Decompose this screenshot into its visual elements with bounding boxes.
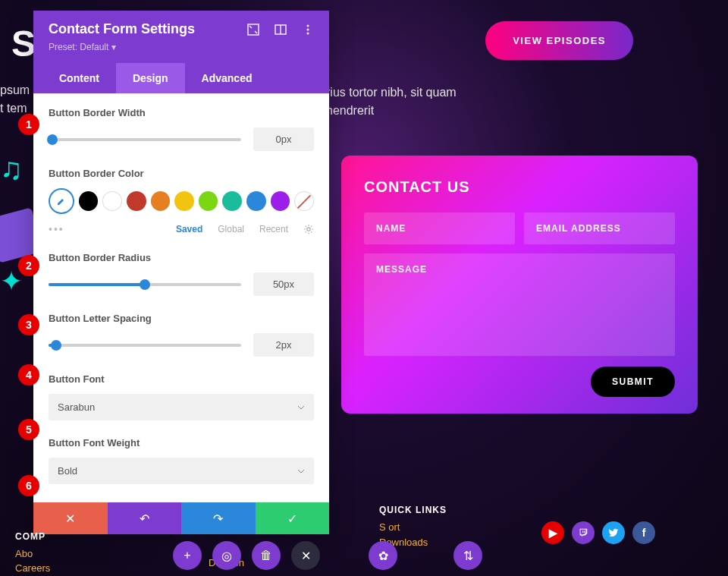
page-body-text: rius tortor nibh, sit quam hendrerit (326, 83, 463, 120)
border-radius-slider[interactable] (49, 283, 241, 286)
border-width-label: Button Border Width (49, 107, 314, 118)
border-width-slider[interactable] (49, 138, 241, 141)
redo-button[interactable]: ↷ (181, 502, 256, 534)
svg-point-6 (307, 228, 310, 231)
svg-point-4 (307, 28, 309, 30)
footer-link-careers[interactable]: Careers (15, 561, 50, 576)
annotation-4: 4 (18, 364, 39, 386)
save-button[interactable]: ✓ (256, 502, 330, 534)
social-buttons: ▶ f (541, 521, 655, 544)
tabs: Content Design Advanced (33, 63, 329, 93)
panel-title: Contact Form Settings (49, 21, 195, 37)
target-button[interactable]: ◎ (212, 541, 241, 570)
panel-footer: ✕ ↶ ↷ ✓ (33, 502, 329, 534)
lorem-fragment-1: psum (0, 83, 30, 97)
font-label: Button Font (49, 373, 314, 385)
message-textarea[interactable] (364, 253, 675, 356)
sort-float-button[interactable]: ⇅ (453, 541, 482, 570)
facebook-icon[interactable]: f (632, 521, 655, 544)
footer-link-about[interactable]: Abo (15, 546, 50, 562)
svg-point-3 (307, 24, 309, 27)
color-purple[interactable] (271, 191, 290, 211)
gear-icon[interactable] (303, 224, 314, 234)
trash-button[interactable]: 🗑 (252, 541, 281, 570)
add-button[interactable]: + (173, 541, 202, 570)
settings-float-button[interactable]: ✿ (369, 541, 397, 570)
expand-icon[interactable] (247, 24, 259, 36)
border-width-value[interactable] (253, 127, 314, 151)
footer-link-support[interactable]: S ort (379, 520, 447, 535)
settings-panel: Contact Form Settings Preset: Default ▾ … (33, 11, 329, 534)
annotation-5: 5 (18, 419, 39, 440)
letter-spacing-label: Button Letter Spacing (49, 313, 314, 324)
more-icon[interactable] (302, 24, 314, 36)
annotation-3: 3 (18, 314, 39, 335)
color-white[interactable] (102, 191, 122, 211)
email-input[interactable] (524, 212, 675, 244)
youtube-icon[interactable]: ▶ (541, 521, 564, 544)
panel-header: Contact Form Settings Preset: Default ▾ (33, 11, 329, 63)
color-green[interactable] (199, 191, 218, 211)
font-select[interactable]: Sarabun (49, 394, 314, 420)
color-tab-global[interactable]: Global (218, 224, 244, 234)
panel-body: Button Border Width Button Border Color (33, 93, 329, 502)
footer-company-title: COMP (15, 531, 50, 542)
view-episodes-button[interactable]: VIEW EPISODES (485, 21, 633, 60)
color-blue[interactable] (246, 191, 266, 211)
more-colors-icon[interactable]: ••• (49, 223, 64, 235)
contact-form: CONTACT US SUBMIT (341, 156, 698, 414)
eyedropper-button[interactable] (49, 188, 74, 214)
tab-content[interactable]: Content (42, 63, 116, 93)
columns-icon[interactable] (275, 24, 287, 36)
font-weight-label: Button Font Weight (49, 437, 314, 449)
color-tab-saved[interactable]: Saved (176, 224, 202, 234)
border-radius-value[interactable] (253, 272, 314, 296)
tab-advanced[interactable]: Advanced (185, 63, 269, 93)
cancel-button[interactable]: ✕ (33, 502, 108, 534)
quick-links-title: QUICK LINKS (379, 505, 447, 515)
annotation-2: 2 (18, 255, 39, 276)
border-radius-label: Button Border Radius (49, 252, 314, 263)
color-red[interactable] (127, 191, 146, 211)
annotation-1: 1 (18, 114, 39, 135)
svg-point-5 (307, 32, 309, 34)
svg-rect-8 (584, 530, 585, 533)
name-input[interactable] (364, 212, 515, 244)
color-none[interactable] (294, 191, 314, 211)
svg-rect-7 (582, 530, 583, 533)
color-black[interactable] (79, 191, 99, 211)
decoration-music-note: ♫ (0, 152, 23, 186)
letter-spacing-slider[interactable] (49, 344, 241, 347)
color-yellow[interactable] (174, 191, 194, 211)
submit-button[interactable]: SUBMIT (591, 367, 675, 397)
twitter-icon[interactable] (602, 521, 625, 544)
tab-design[interactable]: Design (116, 63, 185, 93)
color-tab-recent[interactable]: Recent (259, 224, 288, 234)
twitch-icon[interactable] (572, 521, 595, 544)
undo-button[interactable]: ↶ (108, 502, 182, 534)
contact-heading: CONTACT US (364, 178, 675, 196)
border-color-label: Button Border Color (49, 168, 314, 179)
close-toolbar-button[interactable]: ✕ (291, 541, 320, 570)
preset-label[interactable]: Preset: Default ▾ (49, 42, 314, 52)
color-teal[interactable] (222, 191, 242, 211)
letter-spacing-value[interactable] (253, 333, 314, 357)
lorem-fragment-2: t tem (0, 102, 27, 115)
floating-toolbar: + ◎ 🗑 ✕ (173, 541, 320, 570)
annotation-6: 6 (18, 475, 39, 496)
color-orange[interactable] (151, 191, 171, 211)
font-weight-select[interactable]: Bold (49, 458, 314, 484)
